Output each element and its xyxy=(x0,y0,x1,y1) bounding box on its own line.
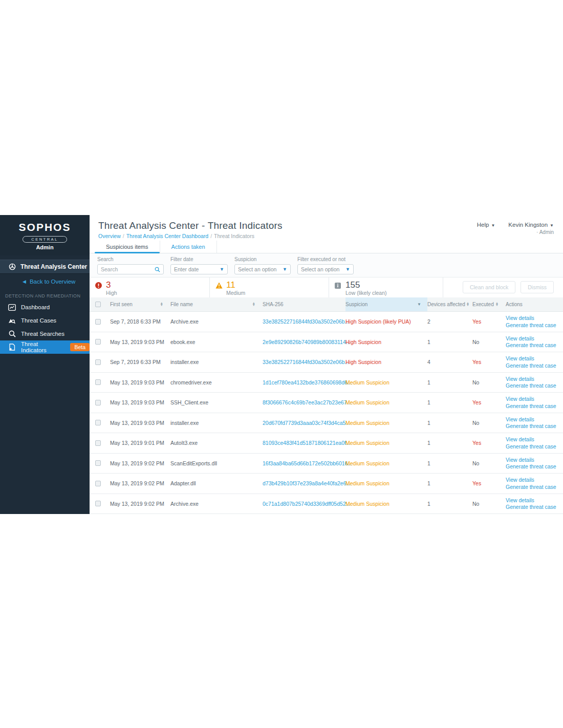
breadcrumb-overview[interactable]: Overview xyxy=(98,233,121,239)
back-to-overview-link[interactable]: ◀ Back to Overview xyxy=(0,274,90,289)
executed-cell: No xyxy=(472,460,506,466)
sidebar-item-threat-indicators[interactable]: Threat Indicators Beta xyxy=(0,340,90,354)
generate-threat-case-link[interactable]: Generate threat case xyxy=(506,463,563,470)
date-filter-select[interactable]: Enter date▼ xyxy=(170,264,228,274)
sidebar-item-label: Threat Searches xyxy=(21,331,64,337)
view-details-link[interactable]: View details xyxy=(506,436,563,443)
sidebar-item-threat-cases[interactable]: Threat Cases xyxy=(0,314,90,327)
generate-threat-case-link[interactable]: Generate threat case xyxy=(506,484,563,490)
executed-cell: No xyxy=(472,339,506,345)
row-checkbox[interactable] xyxy=(95,319,101,325)
row-checkbox[interactable] xyxy=(95,359,101,365)
file-name-cell: Adapter.dll xyxy=(170,480,263,486)
generate-threat-case-link[interactable]: Generate threat case xyxy=(506,504,563,510)
suspicion-cell: Medium Suspicion xyxy=(345,379,427,386)
column-header-file-name[interactable]: File name ▲▼ xyxy=(170,297,263,311)
generate-threat-case-link[interactable]: Generate threat case xyxy=(506,443,563,450)
sha256-link[interactable]: 20d670fd7739d3aaa03c74f3d4ca5... xyxy=(263,420,345,426)
clean-and-block-button[interactable]: Clean and block xyxy=(463,281,515,293)
generate-threat-case-link[interactable]: Generate threat case xyxy=(506,403,563,410)
row-checkbox[interactable] xyxy=(95,440,101,446)
sort-icon[interactable]: ▲▼ xyxy=(252,302,255,307)
stat-low-label: Low (likely clean) xyxy=(345,290,387,296)
stat-high-count: 3 xyxy=(106,281,117,289)
sha256-link[interactable]: 8f3066676c4c69b7ee3ac27b23e67... xyxy=(263,399,345,405)
file-name-cell: installer.exe xyxy=(170,420,263,426)
generate-threat-case-link[interactable]: Generate threat case xyxy=(506,342,563,349)
executed-cell: Yes xyxy=(472,399,506,405)
first-seen-cell: May 13, 2019 9:02 PM xyxy=(110,460,170,466)
info-square-icon xyxy=(335,282,341,288)
generate-threat-case-link[interactable]: Generate threat case xyxy=(506,382,563,389)
row-checkbox[interactable] xyxy=(95,501,101,506)
sidebar-item-threat-analysis-center[interactable]: Threat Analysis Center xyxy=(0,260,90,274)
row-checkbox[interactable] xyxy=(95,460,101,466)
search-icon[interactable] xyxy=(155,267,160,272)
view-details-link[interactable]: View details xyxy=(506,497,563,504)
devices-affected-cell: 1 xyxy=(427,379,472,386)
dismiss-button[interactable]: Dismiss xyxy=(521,281,554,293)
tab-actions-taken[interactable]: Actions taken xyxy=(160,241,217,253)
search-input[interactable] xyxy=(101,266,155,272)
column-header-executed[interactable]: Executed ▲▼ xyxy=(472,297,506,311)
sort-icon[interactable]: ▲▼ xyxy=(466,302,469,307)
view-details-link[interactable]: View details xyxy=(506,477,563,483)
row-checkbox[interactable] xyxy=(95,481,101,486)
tab-bar: Suspicious items Actions taken xyxy=(90,241,563,253)
suspicion-cell: Medium Suspicion xyxy=(345,480,427,486)
sidebar-item-threat-searches[interactable]: Threat Searches xyxy=(0,327,90,340)
sha256-link[interactable]: 2e9e89290826b740989b80083114... xyxy=(263,339,345,345)
column-header-devices-affected[interactable]: Devices affected ▲▼ xyxy=(427,297,472,311)
date-filter-label: Filter date xyxy=(170,256,228,262)
sha256-link[interactable]: 16f3aa84ba65d66b172e502bb6016... xyxy=(263,460,345,466)
sha256-link[interactable]: d73b429b10f37e239a8a4e40fa2e6... xyxy=(263,480,345,486)
view-details-link[interactable]: View details xyxy=(506,396,563,402)
user-menu[interactable]: Kevin Kingston▼ xyxy=(508,222,554,228)
central-pill: CENTRAL xyxy=(23,236,67,243)
generate-threat-case-link[interactable]: Generate threat case xyxy=(506,322,563,329)
actions-cell: View details Generate threat case xyxy=(506,396,563,409)
sha256-link[interactable]: 1d1cef780ea4132bde376860698d6... xyxy=(263,379,345,386)
view-details-link[interactable]: View details xyxy=(506,376,563,382)
view-details-link[interactable]: View details xyxy=(506,457,563,463)
first-seen-cell: Sep 7, 2018 6:33 PM xyxy=(110,318,170,325)
suspicion-cell: Medium Suspicion xyxy=(345,501,427,507)
threat-analysis-center-icon xyxy=(8,263,16,271)
select-all-checkbox[interactable] xyxy=(95,302,101,307)
view-details-link[interactable]: View details xyxy=(506,315,563,322)
table-row: May 13, 2019 9:03 PM SSH_Client.exe 8f30… xyxy=(90,393,563,413)
row-checkbox[interactable] xyxy=(95,420,101,425)
suspicion-filter-select[interactable]: Select an option▼ xyxy=(234,264,291,274)
row-checkbox[interactable] xyxy=(95,339,101,345)
sha256-link[interactable]: 33e382522716844fd30a3502e06b... xyxy=(263,318,345,325)
first-seen-cell: May 13, 2019 9:03 PM xyxy=(110,420,170,426)
help-menu[interactable]: Help▼ xyxy=(477,222,495,228)
view-details-link[interactable]: View details xyxy=(506,355,563,362)
page-title: Threat Analysis Center - Threat Indicato… xyxy=(98,220,283,231)
first-seen-cell: May 13, 2019 9:02 PM xyxy=(110,501,170,507)
sha256-link[interactable]: 81093ce483f41d51871806121ea0f... xyxy=(263,440,345,446)
view-details-link[interactable]: View details xyxy=(506,335,563,342)
sha256-link[interactable]: 0c71a1d807b25740d3369dff05d52... xyxy=(263,501,345,507)
tab-suspicious-items[interactable]: Suspicious items xyxy=(95,241,160,253)
row-checkbox[interactable] xyxy=(95,379,101,385)
generate-threat-case-link[interactable]: Generate threat case xyxy=(506,362,563,369)
actions-cell: View details Generate threat case xyxy=(506,497,563,510)
generate-threat-case-link[interactable]: Generate threat case xyxy=(506,423,563,430)
stat-high: 3 High xyxy=(90,277,210,297)
sort-descending-icon[interactable]: ▼ xyxy=(417,302,421,307)
suspicion-cell: Medium Suspicion xyxy=(345,460,427,466)
executed-filter-select[interactable]: Select an option▼ xyxy=(297,264,354,274)
sort-icon[interactable]: ▲▼ xyxy=(160,302,163,307)
column-header-first-seen[interactable]: First seen ▲▼ xyxy=(110,297,170,311)
breadcrumb-dashboard[interactable]: Threat Analysis Center Dashboard xyxy=(126,233,209,239)
row-checkbox[interactable] xyxy=(95,400,101,405)
sort-icon[interactable]: ▲▼ xyxy=(495,302,499,307)
sha256-link[interactable]: 33e382522716844fd30a3502e06b... xyxy=(263,359,345,365)
sidebar-item-dashboard[interactable]: Dashboard xyxy=(0,301,90,314)
actions-cell: View details Generate threat case xyxy=(506,416,563,430)
table-header: First seen ▲▼ File name ▲▼ SHA-256 Suspi… xyxy=(90,297,563,312)
column-header-suspicion[interactable]: Suspicion ▼ xyxy=(345,297,427,311)
stat-medium-count: 11 xyxy=(226,281,245,289)
view-details-link[interactable]: View details xyxy=(506,416,563,423)
